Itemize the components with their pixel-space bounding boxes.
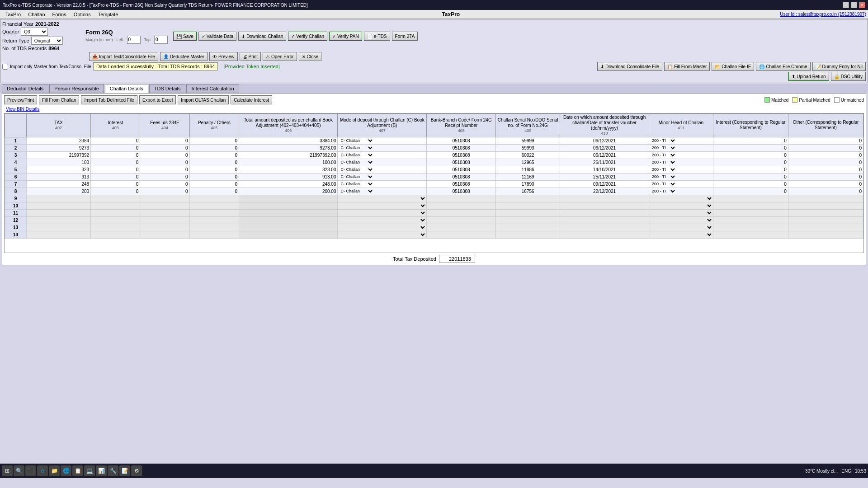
upload-return-button[interactable]: ⬆ Upload Return xyxy=(788,72,829,81)
date-cell[interactable]: 25/11/2021 xyxy=(560,173,649,180)
mode-select-empty[interactable] xyxy=(390,202,426,209)
tab-challan-details[interactable]: Challan Details xyxy=(105,84,148,93)
tax-cell[interactable]: 913 xyxy=(27,173,91,180)
bank-branch-cell[interactable]: 0510308 xyxy=(427,188,496,195)
minor-head-select[interactable]: 200 - TI xyxy=(649,159,676,165)
minor-head-select-empty[interactable] xyxy=(686,202,713,209)
fill-from-challan-button[interactable]: Fill From Challan xyxy=(39,95,80,104)
fees-cell[interactable]: 0 xyxy=(140,137,189,144)
penalty-cell[interactable]: 0 xyxy=(189,173,239,180)
preview-button[interactable]: 👁 Preview xyxy=(209,52,238,61)
penalty-cell[interactable]: 0 xyxy=(189,166,239,173)
minor-head-cell[interactable]: 200 - TI xyxy=(649,173,713,180)
interest-cell[interactable]: 0 xyxy=(91,144,140,151)
tax-cell[interactable]: 323 xyxy=(27,166,91,173)
tab-interest-calculation[interactable]: Interest Calculation xyxy=(186,84,239,93)
tax-cell[interactable]: 9273 xyxy=(27,144,91,151)
minor-head-select-empty[interactable] xyxy=(686,231,713,238)
menu-challan[interactable]: Challan xyxy=(24,11,48,18)
import-text-button[interactable]: 📥 Import Text/Consolidate File xyxy=(89,52,158,61)
mode-cell[interactable]: C- Challan xyxy=(338,144,427,151)
fees-cell[interactable]: 0 xyxy=(140,151,189,159)
tax-cell[interactable]: 3384 xyxy=(27,137,91,144)
mode-select[interactable]: C- Challan xyxy=(338,145,374,151)
deductee-master-button[interactable]: 👤 Deductee Master xyxy=(160,52,208,61)
bank-branch-cell[interactable]: 0510308 xyxy=(427,151,496,159)
minor-head-select[interactable]: 200 - TI xyxy=(649,145,676,151)
minimize-btn[interactable]: ─ xyxy=(843,2,849,8)
penalty-cell[interactable]: 0 xyxy=(189,144,239,151)
bank-branch-cell[interactable]: 0510308 xyxy=(427,180,496,188)
minor-head-cell[interactable]: 200 - TI xyxy=(649,144,713,151)
interest2-cell[interactable]: 0 xyxy=(713,137,788,144)
minor-head-cell[interactable]: 200 - TI xyxy=(649,180,713,188)
verify-challan-button[interactable]: ✓ Verify Challan xyxy=(288,32,327,41)
minor-head-select-empty[interactable] xyxy=(686,224,713,230)
penalty-cell[interactable]: 0 xyxy=(189,151,239,159)
minor-head-select-empty[interactable] xyxy=(686,217,713,223)
mode-select[interactable]: C- Challan xyxy=(338,159,374,165)
maximize-btn[interactable]: □ xyxy=(851,2,857,8)
minor-head-select-empty[interactable] xyxy=(686,195,713,202)
dsc-utility-button[interactable]: 🔒 DSC Utility xyxy=(831,72,866,81)
mode-select-empty[interactable] xyxy=(390,231,426,238)
tab-person-responsible[interactable]: Person Responsible xyxy=(49,84,104,93)
total-cell[interactable]: 21997392.00 xyxy=(239,151,338,159)
other2-cell[interactable]: 0 xyxy=(788,159,863,166)
interest-cell[interactable]: 0 xyxy=(91,151,140,159)
date-cell[interactable]: 26/11/2021 xyxy=(560,159,649,166)
mode-cell[interactable]: C- Challan xyxy=(338,166,427,173)
interest2-cell[interactable]: 0 xyxy=(713,180,788,188)
mode-select-empty[interactable] xyxy=(390,210,426,216)
menu-options[interactable]: Options xyxy=(70,11,94,18)
tab-deductor-details[interactable]: Deductor Details xyxy=(2,84,48,93)
validate-data-button[interactable]: ✓ Validate Data xyxy=(198,32,236,41)
fees-cell[interactable]: 0 xyxy=(140,144,189,151)
challan-table-container[interactable]: TAX 402 Interest 403 Fees u/s 234E 404 P… xyxy=(4,113,864,253)
verify-pan-button[interactable]: ✓ Verify PAN xyxy=(329,32,362,41)
fill-from-master-button[interactable]: 📋 Fill From Master xyxy=(664,62,710,71)
return-type-select[interactable]: Original xyxy=(31,37,63,45)
import-master-checkbox[interactable] xyxy=(2,64,8,70)
fees-cell[interactable]: 0 xyxy=(140,159,189,166)
tax-cell[interactable]: 21997392 xyxy=(27,151,91,159)
fees-cell[interactable]: 0 xyxy=(140,180,189,188)
close-btn[interactable]: ✕ xyxy=(859,2,865,8)
date-cell[interactable]: 06/12/2021 xyxy=(560,151,649,159)
other2-cell[interactable]: 0 xyxy=(788,137,863,144)
minor-head-cell[interactable]: 200 - TI xyxy=(649,137,713,144)
mode-select[interactable]: C- Challan xyxy=(338,174,374,180)
bank-branch-cell[interactable]: 0510308 xyxy=(427,173,496,180)
mode-cell[interactable]: C- Challan xyxy=(338,151,427,159)
tax-cell[interactable]: 100 xyxy=(27,159,91,166)
other2-cell[interactable]: 0 xyxy=(788,151,863,159)
minor-head-select[interactable]: 200 - TI xyxy=(649,166,676,173)
total-cell[interactable]: 100.00 xyxy=(239,159,338,166)
mode-cell[interactable]: C- Challan xyxy=(338,188,427,195)
other2-cell[interactable]: 0 xyxy=(788,166,863,173)
date-cell[interactable]: 22/12/2021 xyxy=(560,188,649,195)
minor-head-cell[interactable]: 200 - TI xyxy=(649,166,713,173)
minor-head-select[interactable]: 200 - TI xyxy=(649,152,676,158)
challan-file-chrome-button[interactable]: 🌐 Challan File Chrome xyxy=(756,62,810,71)
challan-serial-cell[interactable]: 17890 xyxy=(496,180,560,188)
interest2-cell[interactable]: 0 xyxy=(713,144,788,151)
window-controls[interactable]: ─ □ ✕ xyxy=(843,2,865,8)
total-cell[interactable]: 3384.00 xyxy=(239,137,338,144)
total-cell[interactable]: 248.00 xyxy=(239,180,338,188)
tax-cell[interactable]: 200 xyxy=(27,188,91,195)
other2-cell[interactable]: 0 xyxy=(788,180,863,188)
menu-taxpro[interactable]: TaxPro xyxy=(2,11,24,18)
date-cell[interactable]: 06/12/2021 xyxy=(560,144,649,151)
interest-cell[interactable]: 0 xyxy=(91,159,140,166)
preview-print-button[interactable]: Preview/Print xyxy=(4,95,37,104)
minor-head-select[interactable]: 200 - TI xyxy=(649,181,676,187)
interest2-cell[interactable]: 0 xyxy=(713,151,788,159)
challan-serial-cell[interactable]: 59999 xyxy=(496,137,560,144)
interest-cell[interactable]: 0 xyxy=(91,173,140,180)
minor-head-cell[interactable]: 200 - TI xyxy=(649,159,713,166)
minor-head-select-empty[interactable] xyxy=(686,210,713,216)
minor-head-select[interactable]: 200 - TI xyxy=(649,188,676,194)
other2-cell[interactable]: 0 xyxy=(788,173,863,180)
interest-cell[interactable]: 0 xyxy=(91,137,140,144)
